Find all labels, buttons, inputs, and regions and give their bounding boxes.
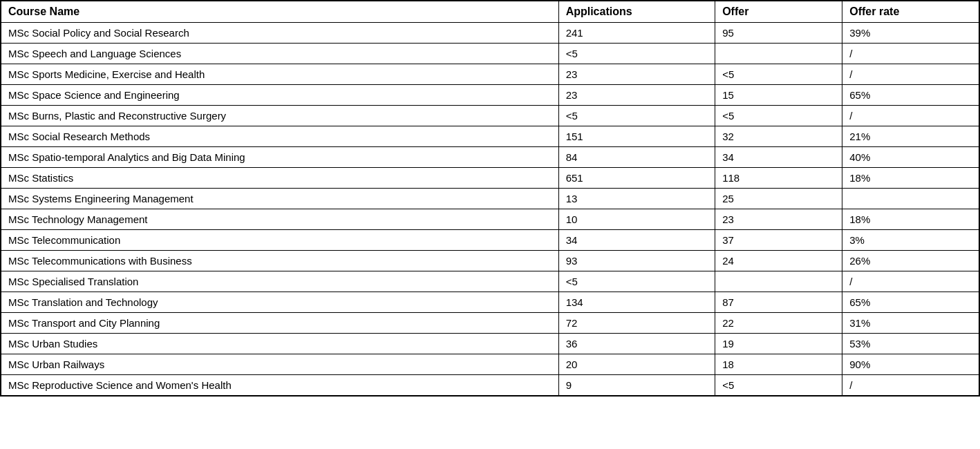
cell-course: MSc Urban Studies [1, 334, 558, 354]
table-row: MSc Reproductive Science and Women's Hea… [1, 375, 979, 397]
cell-course: MSc Urban Railways [1, 354, 558, 375]
cell-offer-rate: 40% [842, 147, 979, 168]
cell-course: MSc Technology Management [1, 209, 558, 230]
table-row: MSc Systems Engineering Management1325 [1, 189, 979, 209]
table-row: MSc Spatio-temporal Analytics and Big Da… [1, 147, 979, 168]
cell-course: MSc Translation and Technology [1, 292, 558, 313]
cell-offer-rate: 18% [842, 168, 979, 189]
cell-applications: 36 [558, 334, 715, 354]
cell-applications: 23 [558, 85, 715, 106]
table-row: MSc Statistics65111818% [1, 168, 979, 189]
cell-offer-rate: 65% [842, 292, 979, 313]
cell-applications: <5 [558, 106, 715, 126]
cell-offer: 18 [715, 354, 842, 375]
cell-offer: 118 [715, 168, 842, 189]
table-row: MSc Burns, Plastic and Reconstructive Su… [1, 106, 979, 126]
cell-course: MSc Telecommunications with Business [1, 251, 558, 271]
cell-applications: 10 [558, 209, 715, 230]
cell-offer: 32 [715, 126, 842, 147]
cell-offer-rate: 90% [842, 354, 979, 375]
header-course: Course Name [1, 1, 558, 23]
table-row: MSc Telecommunications with Business9324… [1, 251, 979, 271]
cell-offer: 95 [715, 23, 842, 44]
cell-offer-rate: 21% [842, 126, 979, 147]
cell-course: MSc Specialised Translation [1, 271, 558, 292]
cell-offer: 23 [715, 209, 842, 230]
cell-applications: 20 [558, 354, 715, 375]
cell-offer-rate: 26% [842, 251, 979, 271]
cell-offer-rate: 53% [842, 334, 979, 354]
cell-offer: 22 [715, 313, 842, 334]
table-row: MSc Social Policy and Social Research241… [1, 23, 979, 44]
cell-offer: 15 [715, 85, 842, 106]
cell-offer [715, 44, 842, 64]
cell-offer-rate: 18% [842, 209, 979, 230]
cell-offer: 87 [715, 292, 842, 313]
cell-applications: <5 [558, 271, 715, 292]
cell-offer-rate: / [842, 44, 979, 64]
table-row: MSc Space Science and Engineering231565% [1, 85, 979, 106]
table-body: MSc Social Policy and Social Research241… [1, 23, 979, 397]
cell-applications: 72 [558, 313, 715, 334]
cell-offer: <5 [715, 375, 842, 397]
cell-course: MSc Sports Medicine, Exercise and Health [1, 64, 558, 85]
cell-course: MSc Social Research Methods [1, 126, 558, 147]
cell-applications: 241 [558, 23, 715, 44]
cell-applications: 9 [558, 375, 715, 397]
cell-applications: 93 [558, 251, 715, 271]
cell-offer: 19 [715, 334, 842, 354]
courses-table: Course Name Applications Offer Offer rat… [0, 0, 980, 397]
cell-course: MSc Reproductive Science and Women's Hea… [1, 375, 558, 397]
cell-applications: <5 [558, 44, 715, 64]
cell-course: MSc Statistics [1, 168, 558, 189]
table-header-row: Course Name Applications Offer Offer rat… [1, 1, 979, 23]
cell-applications: 13 [558, 189, 715, 209]
cell-applications: 651 [558, 168, 715, 189]
cell-course: MSc Systems Engineering Management [1, 189, 558, 209]
table-row: MSc Specialised Translation<5/ [1, 271, 979, 292]
cell-course: MSc Speech and Language Sciences [1, 44, 558, 64]
header-applications: Applications [558, 1, 715, 23]
table-row: MSc Telecommunication34373% [1, 230, 979, 251]
cell-offer-rate: / [842, 271, 979, 292]
cell-applications: 34 [558, 230, 715, 251]
cell-offer: 37 [715, 230, 842, 251]
table-row: MSc Urban Railways201890% [1, 354, 979, 375]
table-row: MSc Technology Management102318% [1, 209, 979, 230]
table-row: MSc Transport and City Planning722231% [1, 313, 979, 334]
cell-course: MSc Transport and City Planning [1, 313, 558, 334]
cell-offer-rate: 3% [842, 230, 979, 251]
cell-offer: 25 [715, 189, 842, 209]
cell-offer-rate: 31% [842, 313, 979, 334]
table-row: MSc Sports Medicine, Exercise and Health… [1, 64, 979, 85]
cell-applications: 134 [558, 292, 715, 313]
table-row: MSc Urban Studies361953% [1, 334, 979, 354]
cell-course: MSc Telecommunication [1, 230, 558, 251]
cell-offer-rate: / [842, 64, 979, 85]
header-offer-rate: Offer rate [842, 1, 979, 23]
cell-offer-rate [842, 189, 979, 209]
cell-offer-rate: 65% [842, 85, 979, 106]
cell-applications: 151 [558, 126, 715, 147]
table-row: MSc Social Research Methods1513221% [1, 126, 979, 147]
cell-applications: 84 [558, 147, 715, 168]
table-row: MSc Translation and Technology1348765% [1, 292, 979, 313]
cell-offer: <5 [715, 106, 842, 126]
cell-offer: 24 [715, 251, 842, 271]
cell-course: MSc Social Policy and Social Research [1, 23, 558, 44]
cell-applications: 23 [558, 64, 715, 85]
cell-offer-rate: 39% [842, 23, 979, 44]
cell-offer [715, 271, 842, 292]
cell-offer-rate: / [842, 106, 979, 126]
table-row: MSc Speech and Language Sciences<5/ [1, 44, 979, 64]
main-container: Course Name Applications Offer Offer rat… [0, 0, 980, 449]
cell-course: MSc Spatio-temporal Analytics and Big Da… [1, 147, 558, 168]
cell-course: MSc Burns, Plastic and Reconstructive Su… [1, 106, 558, 126]
cell-course: MSc Space Science and Engineering [1, 85, 558, 106]
cell-offer-rate: / [842, 375, 979, 397]
cell-offer: <5 [715, 64, 842, 85]
cell-offer: 34 [715, 147, 842, 168]
header-offer: Offer [715, 1, 842, 23]
